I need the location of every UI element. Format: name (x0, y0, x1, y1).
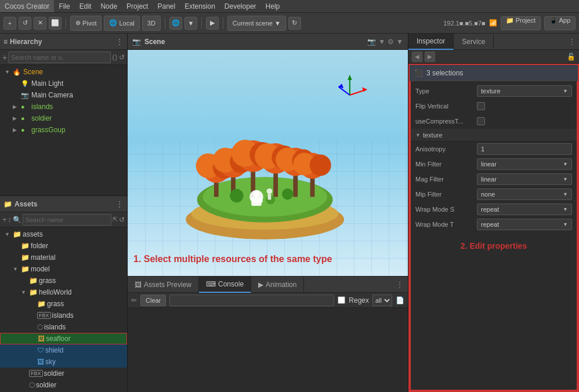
asset-soldier-mesh[interactable]: ⬡ soldier (0, 379, 127, 391)
scene-canvas[interactable]: 1. Select multiple resources of the same… (128, 50, 408, 276)
menu-project[interactable]: Project (122, 0, 153, 12)
svg-point-28 (230, 189, 243, 202)
menu-edit[interactable]: Edit (75, 0, 96, 12)
type-select[interactable]: texture ▼ (477, 85, 572, 97)
asset-seafloor[interactable]: 🖼 seafloor (0, 333, 127, 344)
assets-menu-icon[interactable]: ⋮ (115, 199, 124, 209)
anisotropy-value[interactable]: 1 (477, 143, 572, 155)
expand-icon[interactable]: ⇱ (113, 216, 118, 223)
asset-helloworld[interactable]: ▼ 📁 helloWorld (0, 286, 127, 298)
refresh-hierarchy-icon[interactable]: ↺ (119, 53, 125, 61)
pivot-icon: ⊕ (75, 19, 81, 27)
asset-model[interactable]: ▼ 📁 model (0, 263, 127, 275)
main-camera-label: Main Camera (31, 91, 73, 99)
wrap-t-select[interactable]: repeat ▼ (477, 219, 572, 230)
scene-dropdown-icon[interactable]: ▼ (378, 38, 385, 46)
log-filter-select[interactable]: all (372, 295, 392, 306)
asset-islands-mesh[interactable]: ⬡ islands (0, 321, 127, 333)
add-node-icon[interactable]: + (2, 53, 7, 62)
asset-helloworld-grass[interactable]: 📁 grass (0, 298, 127, 310)
local-button[interactable]: 🌐 Local (104, 16, 139, 31)
pivot-button[interactable]: ⊕ Pivot (70, 16, 102, 31)
menu-cocos[interactable]: Cocos Creator (0, 0, 54, 12)
scene-dropdown[interactable]: Current scene ▼ (227, 16, 286, 31)
tree-grassgoup[interactable]: ▶ ● grassGoup (0, 124, 127, 136)
islands-node-icon: ● (21, 103, 29, 110)
new-scene-icon[interactable]: + (3, 17, 16, 30)
refresh-icon[interactable]: ↺ (19, 17, 31, 30)
tab-console[interactable]: ⌨ Console (199, 277, 251, 293)
asset-folder[interactable]: 📁 folder (0, 240, 127, 252)
tree-islands[interactable]: ▶ ● islands (0, 101, 127, 112)
flip-checkbox[interactable] (477, 102, 485, 110)
reload-icon[interactable]: ↻ (288, 17, 301, 30)
settings-icon[interactable]: ⬜ (49, 17, 61, 30)
search-asset-icon[interactable]: 🔍 (13, 216, 21, 224)
project-button[interactable]: 📁 Project (501, 16, 541, 30)
texture-section-header[interactable]: ▼ texture (411, 129, 577, 141)
min-filter-label: Min Filter (415, 161, 473, 168)
dropdown-icon[interactable]: ▼ (184, 17, 197, 30)
mag-filter-select[interactable]: linear ▼ (477, 173, 572, 185)
menu-help[interactable]: Help (261, 0, 285, 12)
asset-material[interactable]: 📁 material (0, 252, 127, 263)
refresh-assets-icon[interactable]: ↺ (119, 216, 125, 224)
tab-assets-preview[interactable]: 🖼 Assets Preview (128, 277, 199, 293)
tab-inspector[interactable]: Inspector (408, 34, 454, 50)
wrap-s-dropdown-icon: ▼ (563, 206, 568, 212)
asset-grass[interactable]: 📁 grass (0, 275, 127, 286)
menu-file[interactable]: File (54, 0, 74, 12)
asset-shield[interactable]: 🛡 shield (0, 344, 127, 356)
sort-icon[interactable]: ↕ (8, 216, 12, 224)
asset-soldier-fbx[interactable]: FBX soldier (0, 368, 127, 379)
tree-main-light[interactable]: 💡 Main Light (0, 78, 127, 89)
forward-button[interactable]: ▶ (425, 52, 435, 62)
texture-section-label: texture (423, 132, 443, 139)
scene-menu-icon[interactable]: ▼ (396, 38, 403, 46)
svg-point-32 (253, 191, 260, 198)
lock-icon[interactable]: 🔓 (567, 53, 576, 61)
file-icon[interactable]: 📄 (396, 296, 404, 304)
inspector-menu-icon[interactable]: ⋮ (569, 38, 576, 46)
wrap-s-select[interactable]: repeat ▼ (477, 204, 572, 215)
panel-menu-icon[interactable]: ⋮ (396, 281, 403, 289)
asset-sky[interactable]: 🖼 sky (0, 356, 127, 368)
camera-node-icon: 📷 (21, 92, 29, 99)
close-icon[interactable]: ✕ (34, 17, 46, 30)
tree-scene[interactable]: ▼ 🔥 Scene (0, 66, 127, 78)
hierarchy-search-input[interactable] (8, 52, 111, 63)
tree-main-camera[interactable]: 📷 Main Camera (0, 89, 127, 101)
menu-node[interactable]: Node (96, 0, 122, 12)
assets-search-input[interactable] (23, 214, 111, 226)
menu-panel[interactable]: Panel (153, 0, 180, 12)
app-button[interactable]: 📱 App (544, 16, 576, 30)
filter-icon[interactable]: ⟨⟩ (112, 53, 118, 61)
regex-checkbox[interactable] (338, 296, 345, 304)
tab-animation[interactable]: ▶ Animation (251, 277, 304, 293)
menu-extension[interactable]: Extension (180, 0, 220, 12)
mip-filter-select[interactable]: none ▼ (477, 188, 572, 200)
asset-islands-fbx[interactable]: FBX islands (0, 310, 127, 321)
3d-button[interactable]: 3D (142, 16, 161, 31)
folder-icon: 📁 (3, 200, 12, 208)
compress-checkbox[interactable] (477, 117, 485, 125)
add-asset-icon[interactable]: + (2, 215, 7, 224)
scene-svg (128, 50, 408, 276)
tab-service[interactable]: Service (454, 34, 494, 50)
scene-view-icon: 📷 (132, 38, 141, 46)
hierarchy-menu-icon[interactable]: ⋮ (115, 37, 124, 46)
play-icon[interactable]: ▶ (206, 17, 219, 30)
scene-capture-icon[interactable]: 📷 (367, 38, 376, 46)
tree-soldier[interactable]: ▶ ● soldier (0, 112, 127, 124)
back-button[interactable]: ◀ (412, 52, 422, 62)
assets-tree: ▼ 📁 assets 📁 folder 📁 material (0, 227, 127, 392)
scene-settings-icon[interactable]: ⚙ (388, 38, 394, 46)
console-search-input[interactable] (169, 295, 334, 306)
inspector-panel: Inspector Service ⋮ ◀ ▶ 🔓 ⬛ 3 selections… (408, 34, 579, 392)
globe2-icon[interactable]: 🌐 (169, 17, 182, 30)
selection-info: ⬛ 3 selections (410, 65, 578, 81)
menu-developer[interactable]: Developer (220, 0, 261, 12)
asset-assets[interactable]: ▼ 📁 assets (0, 228, 127, 240)
min-filter-select[interactable]: linear ▼ (477, 158, 572, 170)
clear-button[interactable]: Clear (140, 295, 166, 306)
